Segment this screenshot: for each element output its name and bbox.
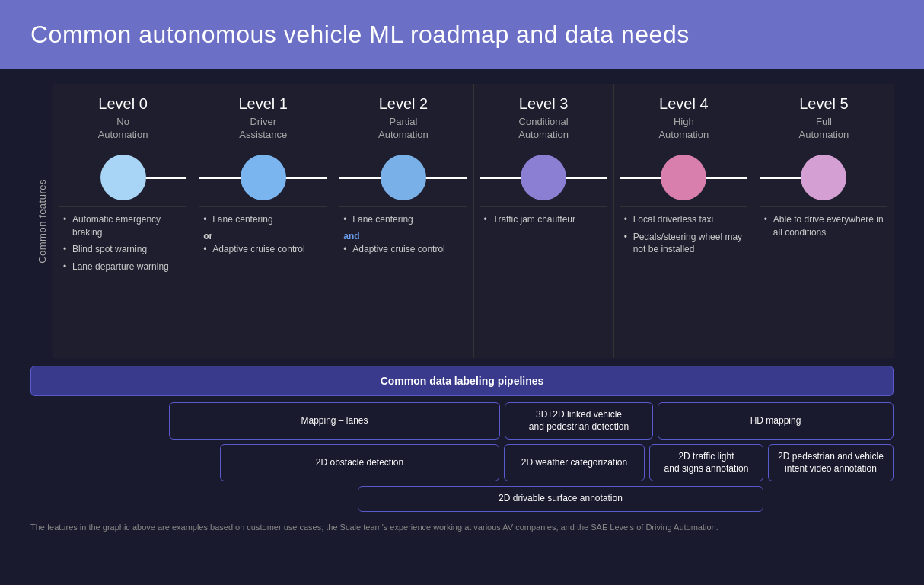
pipeline-row-2: 2D obstacle detection 2D weather categor… (30, 444, 894, 481)
level-5-name: FullAutomation (799, 116, 849, 142)
level-4-name: HighAutomation (658, 116, 709, 142)
level-4-timeline (620, 149, 747, 206)
pipeline-row-3: 2D drivable surface annotation (30, 486, 894, 512)
pipeline-rows: Mapping – lanes 3D+2D linked vehicle and… (30, 402, 894, 512)
level-3-feature-1: Traffic jam chauffeur (484, 213, 604, 226)
pipeline-2d-drivable: 2D drivable surface annotation (358, 486, 763, 512)
level-3-number: Level 3 (519, 95, 569, 113)
header: Common autonomous vehicle ML roadmap and… (0, 0, 924, 69)
level-5-timeline (760, 149, 887, 206)
pipeline-2d-traffic: 2D traffic light and signs annotation (649, 444, 763, 481)
level-3-header: Level 3 ConditionalAutomation (480, 95, 607, 149)
level-4-header: Level 4 HighAutomation (620, 95, 747, 149)
level-5-list: Able to drive everywhere in all conditio… (760, 213, 887, 239)
level-0-number: Level 0 (98, 95, 148, 113)
footer-note: The features in the graphic above are ex… (0, 516, 924, 539)
level-card-0: Level 0 NoAutomation Automatic emergency… (53, 84, 193, 358)
pipeline-hd-mapping: HD mapping (658, 402, 894, 440)
level-2-feature-2: Adaptive cruise control (343, 243, 463, 256)
level-1-feature-1: Lane centering (203, 213, 323, 226)
pipeline-row-1: Mapping – lanes 3D+2D linked vehicle and… (30, 402, 894, 440)
level-0-features: Automatic emergency braking Blind spot w… (59, 206, 186, 347)
pipeline-row3-spacer (30, 486, 353, 512)
level-5-number: Level 5 (799, 95, 849, 113)
level-2-header: Level 2 PartialAutomation (339, 95, 467, 149)
level-5-circle (801, 155, 846, 200)
level-5-features: Able to drive everywhere in all conditio… (760, 206, 887, 347)
pipeline-2d-weather: 2D weather categorization (504, 444, 645, 481)
level-2-list: Lane centering (339, 213, 467, 226)
level-0-timeline (59, 149, 186, 206)
level-card-3: Level 3 ConditionalAutomation Traffic ja… (474, 84, 614, 358)
level-2-number: Level 2 (379, 95, 429, 113)
level-1-header: Level 1 DriverAssistance (199, 95, 327, 149)
level-4-circle (661, 155, 706, 200)
levels-row: Level 0 NoAutomation Automatic emergency… (53, 84, 894, 358)
level-2-name: PartialAutomation (378, 116, 429, 142)
footer-text: The features in the graphic above are ex… (30, 523, 718, 532)
level-card-2: Level 2 PartialAutomation Lane centering… (333, 84, 473, 358)
level-4-feature-1: Local driverless taxi (624, 213, 744, 226)
level-0-feature-2: Blind spot warning (63, 243, 183, 256)
pipeline-row2-spacer (30, 444, 215, 481)
level-0-name: NoAutomation (98, 116, 148, 142)
page-title: Common autonomous vehicle ML roadmap and… (30, 21, 690, 49)
level-2-features: Lane centering and Adaptive cruise contr… (339, 206, 467, 347)
level-4-number: Level 4 (659, 95, 709, 113)
pipeline-row3-end-spacer (768, 486, 894, 512)
level-3-timeline (480, 149, 607, 206)
level-1-feature-2: Adaptive cruise control (203, 243, 323, 256)
level-0-header: Level 0 NoAutomation (59, 95, 186, 149)
level-0-feature-1: Automatic emergency braking (63, 213, 183, 239)
pipeline-header: Common data labeling pipelines (30, 366, 894, 396)
level-2-list-2: Adaptive cruise control (339, 243, 467, 256)
level-3-features: Traffic jam chauffeur (480, 206, 607, 347)
pipeline-mapping-lanes: Mapping – lanes (169, 402, 500, 440)
level-card-4: Level 4 HighAutomation Local driverless … (614, 84, 754, 358)
level-2-connector: and (343, 231, 467, 241)
level-1-list-2: Adaptive cruise control (199, 243, 327, 256)
levels-wrapper: Level 0 NoAutomation Automatic emergency… (53, 84, 894, 358)
common-features-label: Common features (37, 179, 48, 264)
level-3-circle (521, 155, 566, 200)
level-4-feature-2: Pedals/steering wheel may not be install… (624, 231, 744, 257)
vertical-label-container: Common features (30, 84, 53, 358)
level-0-feature-3: Lane departure warning (63, 261, 183, 273)
level-1-timeline (199, 149, 327, 206)
level-2-timeline (339, 149, 467, 206)
level-2-circle (381, 155, 426, 200)
level-card-5: Level 5 FullAutomation Able to drive eve… (754, 84, 894, 358)
level-2-feature-1: Lane centering (343, 213, 463, 226)
level-0-list: Automatic emergency braking Blind spot w… (59, 213, 186, 273)
main-content: Common features Level 0 NoAutomation Aut… (0, 69, 924, 366)
level-1-list: Lane centering (199, 213, 327, 226)
level-5-header: Level 5 FullAutomation (760, 95, 887, 149)
pipeline-2d-obstacle: 2D obstacle detection (220, 444, 499, 481)
level-0-circle (100, 155, 146, 200)
level-1-name: DriverAssistance (239, 116, 287, 142)
level-1-circle (241, 155, 286, 200)
level-3-name: ConditionalAutomation (518, 116, 569, 142)
level-4-list: Local driverless taxi Pedals/steering wh… (620, 213, 747, 256)
level-1-number: Level 1 (239, 95, 288, 113)
pipeline-3d2d: 3D+2D linked vehicle and pedestrian dete… (505, 402, 653, 440)
level-card-1: Level 1 DriverAssistance Lane centering … (193, 84, 333, 358)
pipeline-section: Common data labeling pipelines Mapping –… (30, 366, 894, 512)
level-1-features: Lane centering or Adaptive cruise contro… (199, 206, 327, 347)
level-4-features: Local driverless taxi Pedals/steering wh… (620, 206, 747, 347)
level-3-list: Traffic jam chauffeur (480, 213, 607, 226)
pipeline-header-text: Common data labeling pipelines (381, 375, 544, 387)
level-1-connector: or (203, 231, 327, 241)
pipeline-row1-spacer (30, 402, 164, 440)
level-5-feature-1: Able to drive everywhere in all conditio… (764, 213, 884, 239)
pipeline-2d-pedestrian: 2D pedestrian and vehicle intent video a… (768, 444, 894, 481)
